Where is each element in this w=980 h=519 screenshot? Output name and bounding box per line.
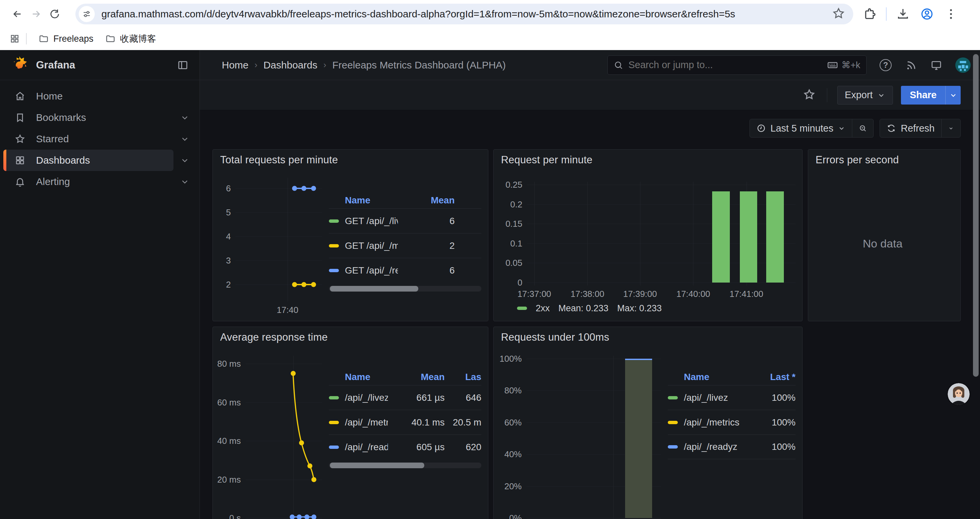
bookmark-icon [15,112,25,123]
legend-row[interactable]: GET /api/_/livez 6 [329,208,481,233]
series-name[interactable]: /api/_/metrics [345,417,388,428]
legend-row[interactable]: GET /api/_/readyz 6 [329,258,481,283]
panel-request-per-minute: Request per minute 0.25 0.2 0.15 0.1 0.0… [493,149,803,321]
avatar-image [948,383,970,405]
legend-row[interactable]: /api/_/livez 100% [668,385,795,410]
url-input[interactable] [102,8,832,20]
downloads-icon[interactable] [895,6,911,22]
series-max: Max: 0.233 [617,303,662,314]
legend-scrollbar[interactable] [329,463,481,468]
series-name[interactable]: /api/_/readyz [684,442,746,452]
bookmark-label: 收藏博客 [120,33,156,45]
legend-header-last[interactable]: Last * [746,372,795,382]
legend-header-name[interactable]: Name [329,372,388,382]
user-avatar[interactable] [955,57,970,73]
chevron-down-icon [949,91,957,99]
panel-title[interactable]: Requests under 100ms [501,331,609,343]
sidebar-item-home[interactable]: Home [0,86,199,107]
share-dropdown-button[interactable] [945,86,961,105]
series-name[interactable]: GET /api/_/readyz [345,265,398,276]
series-name[interactable]: 2xx [536,303,550,314]
site-settings-icon[interactable] [79,6,95,22]
sidebar-item-alerting[interactable]: Alerting [0,171,199,192]
panel-title[interactable]: Total requests per minute [220,154,338,166]
legend-header-mean[interactable]: Mean [398,195,455,206]
series-name[interactable]: /api/_/readyz [345,442,388,452]
rss-icon [905,59,916,71]
breadcrumb-home[interactable]: Home [222,59,248,71]
y-tick: 20% [504,481,522,491]
legend-header-name[interactable]: Name [329,195,398,206]
y-tick: 20 ms [217,474,241,485]
series-last: 646 [445,393,481,403]
floating-avatar[interactable] [948,383,970,405]
bar-chart[interactable]: 0.25 0.2 0.15 0.1 0.05 0 [498,170,795,300]
share-button[interactable]: Share [901,86,945,105]
brand-title: Grafana [36,59,176,71]
timeseries-chart[interactable]: 80 ms 60 ms 40 ms 20 ms 0 s [216,348,322,519]
y-tick: 100% [500,353,522,364]
forward-button[interactable] [27,5,45,23]
bookmark-star-icon[interactable] [832,7,845,21]
collapse-sidebar-button[interactable] [176,58,189,72]
share-label: Share [910,89,937,101]
legend-row[interactable]: /api/_/metrics 40.1 ms 20.5 m [329,410,481,434]
y-tick: 5 [226,208,231,218]
series-name[interactable]: GET /api/_/metrics [345,241,398,251]
series-mean: 6 [398,216,455,227]
series-name[interactable]: /api/_/livez [345,393,388,403]
bell-icon [15,176,25,187]
sidebar-item-starred[interactable]: Starred [0,128,199,150]
sidebar-item-dashboards[interactable]: Dashboards [0,150,199,171]
series-name[interactable]: GET /api/_/livez [345,216,398,227]
extensions-icon[interactable] [862,6,877,22]
legend-header-last[interactable]: Las [445,372,481,382]
profile-icon[interactable] [919,6,935,22]
legend-header-name[interactable]: Name [668,372,746,382]
search-box[interactable]: ⌘+k [608,56,867,75]
panel-title[interactable]: Request per minute [501,154,592,166]
timeseries-chart[interactable]: 6 5 4 3 2 [216,170,322,317]
legend-scrollbar[interactable] [329,286,481,292]
legend-header-mean[interactable]: Mean [388,372,445,382]
refresh-interval-dropdown[interactable] [941,119,961,137]
favorite-star-button[interactable] [803,88,817,102]
series-name[interactable]: /api/_/metrics [684,417,746,428]
y-tick: 6 [226,184,231,194]
series-name[interactable]: /api/_/livez [684,393,746,403]
search-input[interactable] [628,59,827,70]
bookmark-folder-blogs[interactable]: 收藏博客 [99,30,162,48]
page-scrollbar[interactable] [973,54,978,377]
sidebar-item-label: Bookmarks [36,112,86,123]
legend-row[interactable]: /api/_/readyz 100% [668,434,795,459]
legend-row[interactable]: GET /api/_/metrics 2 [329,233,481,258]
legend-row[interactable]: /api/_/metrics 100% [668,410,795,434]
chevron-down-icon [180,134,189,144]
reload-button[interactable] [45,5,64,23]
time-range-picker[interactable]: Last 5 minutes [749,119,853,137]
breadcrumb-dashboards[interactable]: Dashboards [264,59,318,71]
back-button[interactable] [8,5,27,23]
panel-title[interactable]: Errors per second [816,154,899,166]
refresh-label: Refresh [900,123,935,134]
help-button[interactable]: ? [879,59,892,72]
legend-row[interactable]: /api/_/readyz 605 µs 620 [329,434,481,459]
monitor-icon [931,59,942,71]
apps-grid-icon[interactable] [8,32,21,45]
home-icon [15,91,25,102]
sidebar-item-label: Dashboards [36,155,90,166]
area-chart[interactable]: 100% 80% 60% 40% 20% 0% [497,348,661,519]
export-button[interactable]: Export [837,86,893,105]
menu-dots-icon[interactable] [943,6,959,22]
bookmark-folder-freeleaps[interactable]: Freeleaps [33,31,99,47]
zoom-out-button[interactable] [852,119,873,137]
display-button[interactable] [930,59,943,72]
refresh-button[interactable]: Refresh [880,119,942,137]
series-color-swatch [329,244,339,248]
panel-title[interactable]: Average response time [220,331,328,343]
sidebar-item-bookmarks[interactable]: Bookmarks [0,107,199,128]
news-rss-button[interactable] [905,59,917,72]
y-tick: 0 [518,277,522,287]
omnibox[interactable] [75,4,853,24]
legend-row[interactable]: /api/_/livez 661 µs 646 [329,385,481,410]
